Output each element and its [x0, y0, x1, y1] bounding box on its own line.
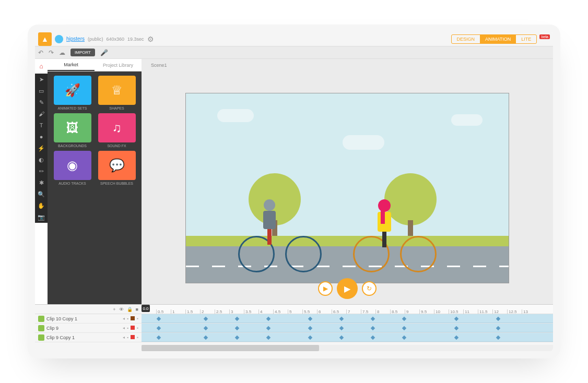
- tab-library[interactable]: Project Library: [95, 59, 142, 71]
- project-name[interactable]: hipsters: [66, 36, 85, 42]
- lock-icon[interactable]: 🔒: [127, 307, 133, 312]
- mask-tool-icon[interactable]: ◐: [38, 156, 45, 163]
- cloud-shape: [217, 109, 254, 122]
- category-shapes[interactable]: ♕SHAPES: [96, 76, 137, 110]
- play-controls: ▶ ▶ ↻: [318, 278, 377, 299]
- cloud-save-icon[interactable]: ☁: [59, 49, 65, 56]
- market-icon[interactable]: ⌂: [35, 59, 48, 74]
- topbar: ▲ hipsters (public) 640x360 19.3sec ⚙ DE…: [35, 32, 553, 46]
- action-toolbar: ↶ ↷ ☁ IMPORT 🎤: [35, 46, 553, 59]
- track-row[interactable]: Clip 9 Copy 1◂•▪: [35, 333, 553, 342]
- zoom-tool-icon[interactable]: 🔍: [38, 190, 45, 198]
- text-tool-icon[interactable]: T: [38, 122, 45, 129]
- category-animated-sets[interactable]: 🚀ANIMATED SETS: [52, 76, 93, 110]
- mode-design[interactable]: DESIGN: [452, 35, 480, 43]
- category-speech-bubbles[interactable]: 💬SPEECH BUBBLES: [96, 151, 137, 185]
- project-visibility: (public): [88, 37, 103, 42]
- eye-icon[interactable]: 👁: [119, 307, 124, 312]
- import-button[interactable]: IMPORT: [70, 49, 95, 56]
- camera-tool-icon[interactable]: 📷: [38, 213, 45, 221]
- tree-shape: [384, 173, 437, 241]
- settings-icon[interactable]: ⚙: [147, 35, 154, 43]
- category-audio-tracks[interactable]: ◉AUDIO TRACKS: [52, 151, 93, 185]
- user-avatar[interactable]: [55, 35, 63, 43]
- track-row[interactable]: Clip 10 Copy 1◂•▪: [35, 314, 553, 324]
- app-logo[interactable]: ▲: [38, 32, 52, 46]
- step-back-button[interactable]: ▶: [318, 281, 333, 296]
- mode-tabs: DESIGN ANIMATION LITE: [451, 34, 537, 44]
- timeline-ruler[interactable]: 0.0 0.511.522.533.544.555.566.577.588.59…: [142, 305, 553, 314]
- cloud-shape: [343, 135, 384, 150]
- redo-icon[interactable]: ↷: [49, 49, 54, 56]
- beta-badge: beta: [539, 34, 550, 39]
- timeline-header-controls: + 👁 🔒 ■: [35, 305, 142, 314]
- brush-tool-icon[interactable]: 🖌: [38, 110, 45, 117]
- road-shape: [186, 246, 509, 283]
- select-tool-icon[interactable]: ▭: [38, 87, 45, 94]
- eyedrop-tool-icon[interactable]: ✏: [38, 167, 45, 175]
- undo-icon[interactable]: ↶: [38, 49, 43, 56]
- playhead-marker[interactable]: 0.0: [142, 305, 150, 312]
- timeline-scrollbar[interactable]: [142, 345, 319, 351]
- cloud-shape: [451, 114, 483, 126]
- tab-market[interactable]: Market: [48, 59, 95, 71]
- mic-icon[interactable]: 🎤: [100, 49, 108, 56]
- mode-lite[interactable]: LITE: [516, 35, 536, 43]
- effect-tool-icon[interactable]: ⚡: [38, 145, 45, 152]
- project-duration: 19.3sec: [127, 37, 144, 42]
- shape-tool-icon[interactable]: ●: [38, 133, 45, 140]
- canvas[interactable]: [185, 93, 509, 283]
- category-sound-fx[interactable]: ♫SOUND FX: [96, 113, 137, 148]
- mode-animation[interactable]: ANIMATION: [480, 35, 516, 43]
- tool-strip: ➤ ▭ ✎ 🖌 T ● ⚡ ◐ ✏ ✱ 🔍 ✋ 📷: [35, 74, 48, 223]
- side-panel: Market Project Library 🚀ANIMATED SETS♕SH…: [48, 59, 142, 304]
- add-layer-icon[interactable]: +: [113, 307, 115, 312]
- project-dimensions: 640x360: [107, 37, 125, 42]
- loop-button[interactable]: ↻: [362, 281, 377, 296]
- track-row[interactable]: Clip 9◂•▪: [35, 324, 553, 333]
- pointer-tool-icon[interactable]: ➤: [38, 76, 45, 83]
- square-icon[interactable]: ■: [136, 307, 138, 312]
- timeline: + 👁 🔒 ■ 0.0 0.511.522.533.544.555.566.57…: [35, 304, 553, 351]
- scene-tab[interactable]: Scene1: [145, 61, 173, 69]
- play-button[interactable]: ▶: [337, 278, 358, 299]
- bone-tool-icon[interactable]: ✱: [38, 179, 45, 186]
- hand-tool-icon[interactable]: ✋: [38, 202, 45, 209]
- category-backgrounds[interactable]: 🖼BACKGROUNDS: [52, 113, 93, 148]
- pen-tool-icon[interactable]: ✎: [38, 99, 45, 106]
